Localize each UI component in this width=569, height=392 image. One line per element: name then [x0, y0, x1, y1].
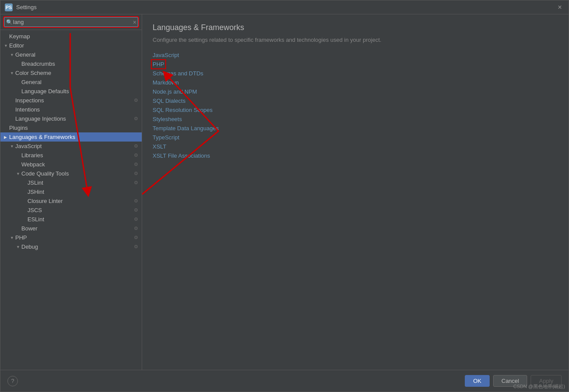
- watermark: CSDN @黑色地带(崛起): [513, 383, 565, 390]
- arrow-icon: [4, 126, 9, 130]
- sidebar-item-label: Bower: [21, 225, 132, 232]
- sidebar-item-plugins[interactable]: Plugins: [0, 123, 142, 132]
- arrow-icon: ▼: [10, 236, 15, 240]
- content-area: Languages & Frameworks Configure the set…: [142, 14, 569, 370]
- sidebar-item-javascript[interactable]: ▼ JavaScript ⚙: [0, 142, 142, 151]
- arrow-icon: [16, 162, 21, 167]
- ok-button[interactable]: OK: [465, 375, 490, 387]
- link-nodejs-npm[interactable]: Node.js and NPM: [153, 88, 197, 95]
- arrow-icon: [16, 226, 21, 231]
- sidebar-item-keymap[interactable]: Keymap: [0, 32, 142, 41]
- sidebar-item-label: Breadcrumbs: [21, 61, 138, 67]
- sidebar-item-language-defaults[interactable]: Language Defaults: [0, 87, 142, 96]
- link-sql-resolution-scopes[interactable]: SQL Resolution Scopes: [153, 107, 213, 113]
- sidebar-item-breadcrumbs[interactable]: Breadcrumbs: [0, 59, 142, 68]
- link-schemas-dtds[interactable]: Schemas and DTDs: [153, 70, 203, 77]
- arrow-icon: ▶: [4, 135, 9, 139]
- close-button[interactable]: ×: [555, 3, 564, 12]
- sidebar-item-label: JavaScript: [15, 143, 132, 149]
- search-bar: 🔍 ×: [0, 14, 142, 30]
- link-markdown[interactable]: Markdown: [153, 79, 179, 86]
- sidebar-item-webpack[interactable]: Webpack ⚙: [0, 160, 142, 169]
- link-typescript[interactable]: TypeScript: [153, 134, 179, 141]
- link-php[interactable]: PHP: [153, 61, 164, 68]
- sidebar-item-label: PHP: [15, 234, 132, 241]
- help-button[interactable]: ?: [7, 376, 18, 386]
- sidebar-item-label: Webpack: [21, 161, 132, 168]
- sidebar-item-intentions[interactable]: Intentions: [0, 105, 142, 114]
- arrow-icon: [10, 108, 15, 112]
- arrow-icon: [22, 190, 27, 194]
- arrow-icon: [16, 62, 21, 66]
- link-xslt[interactable]: XSLT: [153, 143, 167, 150]
- sidebar-item-code-quality-tools[interactable]: ▼ Code Quality Tools ⚙: [0, 169, 142, 178]
- sidebar-item-label: General: [21, 79, 138, 85]
- dialog-title: Settings: [16, 4, 555, 10]
- sidebar-item-label: Editor: [9, 42, 138, 49]
- link-xslt-file-associations[interactable]: XSLT File Associations: [153, 152, 210, 159]
- link-sql-dialects[interactable]: SQL Dialects: [153, 98, 185, 104]
- arrow-icon: ▼: [4, 44, 9, 48]
- arrow-icon: [16, 80, 21, 84]
- sidebar-item-label: Inspections: [15, 97, 132, 104]
- sidebar-item-closure-linter[interactable]: Closure Linter ⚙: [0, 196, 142, 206]
- search-icon: 🔍: [6, 19, 13, 25]
- dialog-body: 🔍 × Keymap ▼ Editor ▼: [0, 14, 569, 370]
- sidebar-item-label: ESLint: [27, 216, 132, 223]
- sidebar-item-editor[interactable]: ▼ Editor: [0, 41, 142, 50]
- sidebar-item-label: Debug: [21, 243, 132, 250]
- sidebar-item-label: Closure Linter: [27, 198, 132, 204]
- app-icon: PS: [5, 3, 13, 11]
- link-stylesheets[interactable]: Stylesheets: [153, 116, 182, 122]
- sidebar-item-general[interactable]: ▼ General: [0, 50, 142, 59]
- settings-icon: ⚙: [134, 198, 138, 204]
- settings-icon: ⚙: [134, 171, 138, 176]
- settings-icon: ⚙: [134, 162, 138, 167]
- bottom-left: ?: [7, 376, 18, 386]
- search-input[interactable]: [4, 17, 138, 27]
- sidebar-item-inspections[interactable]: Inspections ⚙: [0, 96, 142, 105]
- sidebar-tree: Keymap ▼ Editor ▼ General Breadcrumbs: [0, 30, 142, 370]
- sidebar-item-label: Color Scheme: [15, 70, 138, 76]
- link-template-data-languages[interactable]: Template Data Languages: [153, 125, 219, 132]
- sidebar-item-label: JSCS: [27, 207, 132, 213]
- link-javascript[interactable]: JavaScript: [153, 52, 179, 58]
- sidebar-item-language-injections[interactable]: Language Injections ⚙: [0, 114, 142, 123]
- sidebar-item-jscs[interactable]: JSCS ⚙: [0, 206, 142, 215]
- arrow-icon: [22, 208, 27, 213]
- arrow-icon: ▼: [10, 144, 15, 149]
- sidebar: 🔍 × Keymap ▼ Editor ▼: [0, 14, 142, 370]
- sidebar-item-label: General: [15, 51, 138, 58]
- arrow-icon: [22, 181, 27, 185]
- sidebar-item-label: Code Quality Tools: [21, 170, 132, 177]
- settings-icon: ⚙: [134, 180, 138, 186]
- sidebar-item-label: JSLint: [27, 179, 132, 186]
- sidebar-item-color-scheme-general[interactable]: General: [0, 78, 142, 87]
- settings-dialog: PS Settings × 🔍 × Keymap: [0, 0, 569, 392]
- arrow-icon: [16, 89, 21, 94]
- settings-icon: ⚙: [134, 143, 138, 149]
- sidebar-item-label: Languages & Frameworks: [9, 134, 138, 140]
- content-title: Languages & Frameworks: [153, 23, 558, 32]
- sidebar-item-label: Language Injections: [15, 115, 132, 122]
- sidebar-item-label: Libraries: [21, 152, 132, 159]
- settings-icon: ⚙: [134, 207, 138, 213]
- arrow-icon: [16, 153, 21, 158]
- settings-icon: ⚙: [134, 98, 138, 103]
- sidebar-item-jslint[interactable]: JSLint ⚙: [0, 178, 142, 187]
- sidebar-item-languages-frameworks[interactable]: ▶ Languages & Frameworks: [0, 132, 142, 142]
- title-bar: PS Settings ×: [0, 0, 569, 14]
- search-clear-icon[interactable]: ×: [133, 19, 136, 26]
- sidebar-item-color-scheme[interactable]: ▼ Color Scheme: [0, 68, 142, 78]
- sidebar-item-eslint[interactable]: ESLint ⚙: [0, 215, 142, 224]
- sidebar-item-label: JSHint: [27, 189, 138, 195]
- sidebar-item-bower[interactable]: Bower ⚙: [0, 224, 142, 233]
- sidebar-item-label: Language Defaults: [21, 88, 138, 95]
- arrow-icon: ▼: [10, 71, 15, 75]
- sidebar-item-jshint[interactable]: JSHint: [0, 187, 142, 196]
- sidebar-item-debug[interactable]: ▼ Debug ⚙: [0, 242, 142, 251]
- search-input-wrap: 🔍 ×: [4, 17, 138, 27]
- sidebar-item-libraries[interactable]: Libraries ⚙: [0, 151, 142, 160]
- settings-icon: ⚙: [134, 235, 138, 240]
- sidebar-item-php[interactable]: ▼ PHP ⚙: [0, 233, 142, 242]
